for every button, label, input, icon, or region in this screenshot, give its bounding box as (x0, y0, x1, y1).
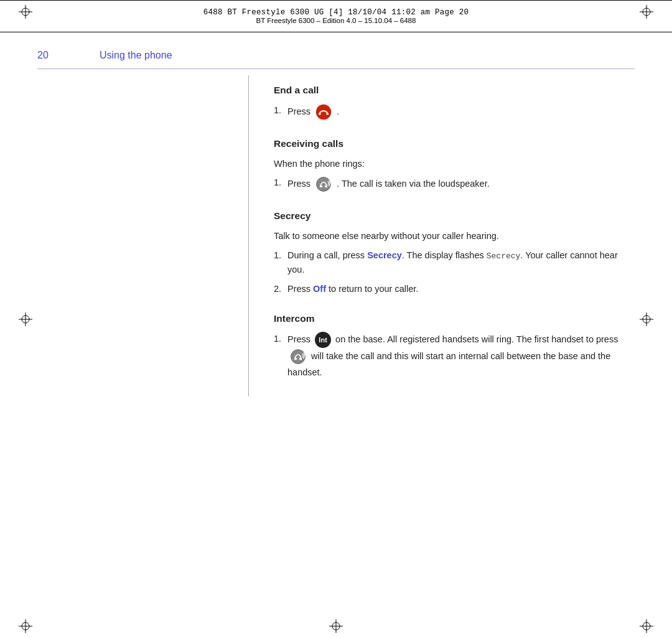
secrecy-intro: Talk to someone else nearby without your… (274, 229, 635, 243)
page-number: 20 (37, 50, 75, 61)
receiving-calls-heading: Receiving calls (274, 138, 635, 149)
right-column: End a call 1. Press (249, 75, 635, 396)
content-area: End a call 1. Press (37, 69, 635, 396)
page-container: 20 Using the phone End a call 1. Press (37, 32, 635, 613)
list-content: Press (287, 176, 635, 193)
corner-mark-bottom-right (640, 619, 653, 633)
list-number: 2. (274, 282, 287, 296)
list-item: 1. Press (274, 176, 635, 193)
svg-rect-22 (319, 113, 321, 115)
end-call-icon (315, 103, 332, 121)
svg-point-28 (295, 358, 297, 360)
corner-mark-center-left (19, 312, 32, 326)
end-a-call-heading: End a call (274, 85, 635, 96)
end-a-call-list: 1. Press . (274, 103, 635, 121)
section-secrecy: Secrecy Talk to someone else nearby with… (274, 210, 635, 296)
section-receiving-calls: Receiving calls When the phone rings: 1.… (274, 138, 635, 193)
list-number: 1. (274, 176, 287, 189)
section-title: Using the phone (100, 50, 172, 61)
int-button-icon: Int (315, 332, 331, 348)
section-intercom: Intercom 1. Press Int on the base. All r… (274, 313, 635, 379)
list-number: 1. (274, 103, 287, 117)
svg-point-29 (299, 358, 302, 360)
svg-point-21 (316, 105, 332, 120)
secrecy-keyword: Secrecy (367, 250, 402, 260)
speaker-call-icon-2 (289, 348, 307, 365)
intercom-list: 1. Press Int on the base. All registered… (274, 332, 635, 379)
corner-mark-bottom-left (19, 619, 32, 633)
svg-point-26 (325, 185, 327, 188)
list-content: Press Int on the base. All registered ha… (287, 332, 635, 379)
secrecy-display-text: Secrecy (487, 251, 521, 261)
header-bottom-line: BT Freestyle 6300 – Edition 4.0 – 15.10.… (256, 17, 416, 24)
receiving-calls-list: 1. Press (274, 176, 635, 193)
corner-mark-center-bottom (329, 619, 343, 633)
header-top-line: 6488 BT Freestyle 6300 UG [4] 18/10/04 1… (203, 8, 469, 17)
page-header-row: 20 Using the phone (37, 32, 635, 68)
list-item: 1. During a call, press Secrecy. The dis… (274, 248, 635, 277)
list-content: During a call, press Secrecy. The displa… (287, 248, 635, 277)
intercom-heading: Intercom (274, 313, 635, 324)
list-number: 1. (274, 332, 287, 345)
secrecy-heading: Secrecy (274, 210, 635, 222)
list-content: Press . (287, 103, 635, 121)
list-item: 2. Press Off to return to your caller. (274, 282, 635, 296)
list-content: Press Off to return to your caller. (287, 282, 635, 296)
list-number: 1. (274, 248, 287, 262)
corner-mark-center-right (640, 312, 653, 326)
svg-point-25 (320, 185, 323, 188)
page-header-bar: 6488 BT Freestyle 6300 UG [4] 18/10/04 1… (0, 0, 672, 32)
section-end-a-call: End a call 1. Press (274, 85, 635, 121)
left-column (37, 75, 249, 396)
list-item: 1. Press Int on the base. All registered… (274, 332, 635, 379)
svg-rect-23 (326, 113, 329, 115)
secrecy-list: 1. During a call, press Secrecy. The dis… (274, 248, 635, 296)
speaker-call-icon (315, 176, 332, 193)
off-keyword: Off (313, 284, 326, 294)
list-item: 1. Press . (274, 103, 635, 121)
receiving-calls-intro: When the phone rings: (274, 157, 635, 171)
